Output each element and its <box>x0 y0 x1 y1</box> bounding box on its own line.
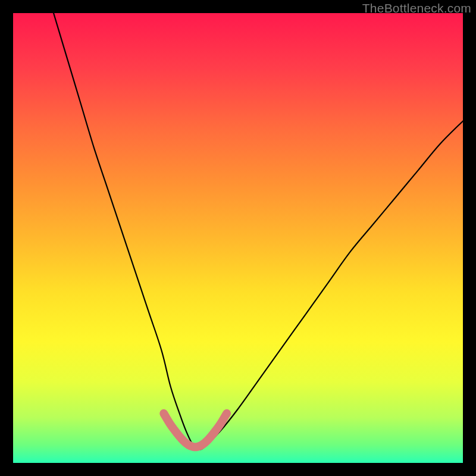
bottleneck-curve-path <box>54 13 463 449</box>
chart-frame: TheBottleneck.com <box>0 0 476 476</box>
curve-highlight <box>164 414 227 447</box>
plot-area <box>13 13 463 463</box>
chart-svg <box>13 13 463 463</box>
curve-main <box>54 13 463 449</box>
highlight-bottom-path <box>164 414 227 447</box>
